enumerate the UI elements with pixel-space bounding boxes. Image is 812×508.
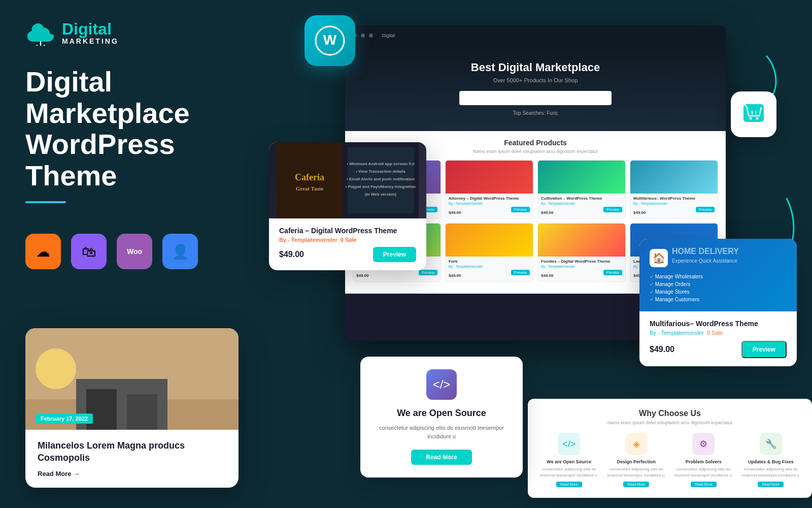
ms-hero: Best Digital Marketplace Over 5000+ Prod…: [345, 46, 726, 131]
svg-text:Great Taste: Great Taste: [296, 185, 324, 192]
ms-hero-title: Best Digital Marketplace: [355, 61, 716, 74]
hd-feature-2: Manage Orders: [650, 280, 787, 288]
hd-footer: $49.00 Preview: [650, 341, 787, 358]
oss-read-more-button[interactable]: Read More: [411, 450, 472, 465]
ms-product-img-3: [538, 161, 625, 194]
why-item-text-2: consectetur adipiscing eliis do eiusmod …: [605, 466, 668, 479]
fpc-caferia-preview-button[interactable]: Preview: [373, 247, 416, 262]
ms-search-bar: [459, 91, 612, 105]
blog-card: February 17, 2022 Milancelos Lorem Magna…: [25, 328, 239, 488]
oss-text: consectetur adipiscing eliis do eiusmod …: [373, 424, 510, 441]
right-content: W Digital Best Digital Marke: [254, 0, 812, 508]
ms-product-img-2: [446, 161, 533, 194]
svg-text:• Minimum Android app version : • Minimum Android app version 5.0: [347, 162, 415, 166]
svg-point-5: [756, 117, 759, 120]
why-read-more-3[interactable]: Read More: [691, 482, 717, 487]
shopping-badge: 🛍: [71, 234, 107, 269]
why-grid: </> We are Open Source consectetur adipi…: [538, 433, 802, 488]
svg-text:• Email Alerts and push notifi: • Email Alerts and push notification: [347, 177, 415, 181]
logo-area: Digital MARKETING: [25, 20, 259, 46]
ms-product-info-4: Multifarious– WordPress Theme By · Templ…: [630, 194, 718, 218]
svg-text:W: W: [323, 32, 337, 48]
user-badge: 👤: [162, 234, 198, 269]
fpc-caferia-by: By - Templatemonster 0 Sale: [279, 237, 416, 243]
title-underline: [25, 201, 66, 203]
hd-logo-icon: 🏠: [650, 249, 668, 267]
ms-product-img-7: [538, 224, 625, 257]
cloud-icon: ☁: [36, 243, 50, 260]
blog-date-badge: February 17, 2022: [36, 414, 93, 424]
ms-product-info-6: Fork By · Templatemonster $49.00Preview: [446, 257, 533, 281]
ms-product-4: Multifarious– WordPress Theme By · Templ…: [630, 160, 718, 219]
ms-header: Digital: [345, 25, 726, 46]
hero-title: Digital Marketplace WordPress Theme: [25, 66, 259, 191]
fpc-caferia-image: Caferia Great Taste • Minimum Android ap…: [269, 142, 426, 218]
woo-badge: Woo: [117, 234, 152, 269]
why-icon-updates: 🔧: [760, 433, 782, 455]
why-item-problem: ⚙ Problem Solvers consectetur adipiscing…: [672, 433, 735, 488]
ms-product-3: Cultivation – WordPress Theme By · Templ…: [537, 160, 626, 219]
why-item-title-1: We are Open Source: [538, 459, 600, 464]
home-delivery-card: 🏠 HOME DELIVERY Experience Quick Assista…: [639, 239, 797, 366]
ms-product-img-6: [446, 224, 533, 257]
ms-product-img-4: [630, 161, 718, 194]
why-icon-problem: ⚙: [692, 433, 715, 455]
fpc-caferia-body: Caferia – Digital WordPress Theme By - T…: [269, 218, 426, 270]
why-read-more-1[interactable]: Read More: [556, 482, 582, 487]
hd-price: $49.00: [650, 345, 674, 354]
fpc-caferia-title: Caferia – Digital WordPress Theme: [279, 227, 416, 235]
ms-product-info-2: Attorney – Digital WordPress Theme By · …: [446, 194, 533, 218]
why-item-title-4: Updates & Bug Fixes: [740, 459, 802, 464]
why-choose-us-section: Why Choose Us Namu eram ipsum dolet volu…: [528, 399, 812, 498]
nav-dot-3: [369, 34, 373, 38]
blog-title: Milancelos Lorem Magna producs Cosmopoli…: [38, 440, 226, 464]
hd-body: Multifarious– WordPress Theme By - Templ…: [639, 311, 797, 366]
why-icon-design: ◈: [625, 433, 648, 455]
open-source-section: </> We are Open Source consectetur adipi…: [360, 357, 523, 478]
why-read-more-4[interactable]: Read More: [758, 482, 784, 487]
blog-read-more[interactable]: Read More →: [38, 470, 226, 478]
why-title: Why Choose Us: [538, 409, 802, 418]
why-item-title-3: Problem Solvers: [672, 459, 735, 464]
hd-feature-3: Manage Stores: [650, 288, 787, 296]
code-icon: </>: [433, 377, 451, 392]
hd-features-list: Manage Wholesalers Manage Orders Manage …: [650, 273, 787, 303]
hd-feature-1: Manage Wholesalers: [650, 273, 787, 280]
why-read-more-2[interactable]: Read More: [623, 482, 649, 487]
blog-card-image: February 17, 2022: [25, 328, 239, 430]
why-item-title-2: Design Perfection: [605, 459, 668, 464]
icon-badges: ☁ 🛍 Woo 👤: [25, 234, 259, 269]
hd-preview-button[interactable]: Preview: [741, 341, 787, 358]
ms-product-info-3: Cultivation – WordPress Theme By · Templ…: [538, 194, 625, 218]
ms-product-2: Attorney – Digital WordPress Theme By · …: [445, 160, 533, 219]
hd-logo-text: HOME DELIVERY Experience Quick Assistanc…: [672, 247, 739, 269]
oss-icon: </>: [426, 369, 457, 400]
brand-tagline: MARKETING: [62, 37, 119, 45]
why-sub: Namu eram ipsum dolet voluptatem arcu di…: [538, 420, 802, 425]
user-icon: 👤: [172, 243, 189, 260]
hd-by: By - Templatemonster 0 Sale: [650, 330, 787, 336]
svg-point-4: [750, 117, 752, 120]
floating-card-caferia: Caferia Great Taste • Minimum Android ap…: [269, 142, 426, 270]
oss-title: We are Open Source: [373, 408, 510, 419]
hd-card-title: Multifarious– WordPress Theme: [650, 320, 787, 328]
svg-text:• View Transaction details: • View Transaction details: [356, 169, 405, 174]
hd-header: 🏠 HOME DELIVERY Experience Quick Assista…: [639, 239, 797, 311]
why-item-text-1: consectetur adipiscing eliis do eiusmod …: [538, 466, 600, 479]
brand-name: Digital: [62, 21, 119, 37]
why-icon-opensource: </>: [558, 433, 580, 455]
logo-cloud-icon: [25, 20, 56, 46]
ms-nav-logo: Digital: [382, 33, 395, 38]
svg-text:(In Web version): (In Web version): [365, 192, 396, 197]
ms-product-info-7: Foodies – Digital WordPress Theme By · T…: [538, 257, 625, 281]
cart-icon-box: [731, 91, 776, 137]
ms-top-searches: Top Searches: Func: [355, 110, 716, 116]
why-item-text-4: consectetur adipiscing eliis do eiusmod …: [740, 466, 802, 479]
left-panel: Digital MARKETING Digital Marketplace Wo…: [0, 0, 284, 508]
svg-text:Caferia: Caferia: [295, 172, 324, 182]
why-item-design: ◈ Design Perfection consectetur adipisci…: [605, 433, 668, 488]
why-item-opensource: </> We are Open Source consectetur adipi…: [538, 433, 600, 488]
wordpress-icon: W: [304, 15, 355, 66]
ms-product-7: Foodies – Digital WordPress Theme By · T…: [537, 223, 626, 282]
why-item-text-3: consectetur adipiscing eliis do eiusmod …: [672, 466, 735, 479]
